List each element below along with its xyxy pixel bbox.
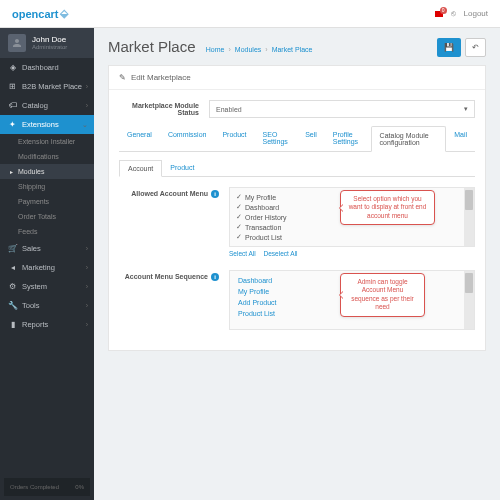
allowed-menu-list[interactable]: My Profile Dashboard Order History Trans… xyxy=(229,187,475,247)
nav-b2b[interactable]: ⊞B2B Market Place› xyxy=(0,77,94,96)
chevron-right-icon: › xyxy=(86,283,88,290)
info-icon[interactable]: i xyxy=(211,190,219,198)
gear-icon: ⚙ xyxy=(8,282,17,291)
avatar xyxy=(8,34,26,52)
nav-system[interactable]: ⚙System› xyxy=(0,277,94,296)
crumb-current[interactable]: Market Place xyxy=(272,46,313,53)
deselect-all-link[interactable]: Deselect All xyxy=(264,250,298,257)
allowed-menu-label: Allowed Account Menui xyxy=(119,187,229,260)
chevron-right-icon: › xyxy=(86,83,88,90)
tab-mail[interactable]: Mail xyxy=(446,126,475,151)
nav-extensions[interactable]: ✦Extensions⌄ xyxy=(0,115,94,134)
callout-sequence: Admin can toggle Account Menu sequence a… xyxy=(340,273,425,317)
topbar-right: ⎋ Logout xyxy=(435,9,488,18)
logo[interactable]: opencart⬙ xyxy=(12,7,68,20)
crumb-modules[interactable]: Modules xyxy=(235,46,261,53)
crumb-home[interactable]: Home xyxy=(206,46,225,53)
check-product-list[interactable]: Product List xyxy=(234,232,470,242)
chevron-right-icon: › xyxy=(86,245,88,252)
nav: ◈Dashboard ⊞B2B Market Place› 🏷Catalog› … xyxy=(0,58,94,478)
pencil-icon: ✎ xyxy=(119,73,126,82)
dashboard-icon: ◈ xyxy=(8,63,17,72)
cart-icon: 🛒 xyxy=(8,244,17,253)
nav-modules[interactable]: Modules xyxy=(0,164,94,179)
main-content: Market Place Home› Modules› Market Place… xyxy=(94,28,500,500)
nav-feeds[interactable]: Feeds xyxy=(0,224,94,239)
logout-icon[interactable]: ⎋ xyxy=(451,9,456,18)
chevron-right-icon: › xyxy=(86,264,88,271)
sequence-list[interactable]: Dashboard My Profile Add Product Product… xyxy=(229,270,475,330)
chevron-right-icon: › xyxy=(86,302,88,309)
tab-seo[interactable]: SEO Settings xyxy=(255,126,298,151)
page-title: Market Place xyxy=(108,38,196,55)
info-icon[interactable]: i xyxy=(211,273,219,281)
tab-commission[interactable]: Commission xyxy=(160,126,215,151)
sidebar: John Doe Administrator ◈Dashboard ⊞B2B M… xyxy=(0,28,94,500)
tab-profile[interactable]: Profile Settings xyxy=(325,126,371,151)
save-button[interactable]: 💾 xyxy=(437,38,461,57)
nav-shipping[interactable]: Shipping xyxy=(0,179,94,194)
notification-icon[interactable] xyxy=(435,11,443,17)
tab-general[interactable]: General xyxy=(119,126,160,151)
status-select[interactable]: Enabled ▾ xyxy=(209,100,475,118)
user-name: John Doe xyxy=(32,35,67,45)
user-role: Administrator xyxy=(32,44,67,51)
list-actions: Select All Deselect All xyxy=(229,247,475,260)
breadcrumb: Home› Modules› Market Place xyxy=(206,46,313,53)
tab-catalog-module[interactable]: Catalog Module configuration xyxy=(371,126,447,152)
logout-link[interactable]: Logout xyxy=(464,9,488,18)
tab-sell[interactable]: Sell xyxy=(297,126,325,151)
callout-menu: Select option which you want to display … xyxy=(340,190,435,225)
select-all-link[interactable]: Select All xyxy=(229,250,256,257)
page-header: Market Place Home› Modules› Market Place… xyxy=(94,28,500,65)
subtab-account[interactable]: Account xyxy=(119,160,162,177)
nav-tools[interactable]: 🔧Tools› xyxy=(0,296,94,315)
status-label: Marketplace Module Status xyxy=(119,102,209,116)
scrollbar[interactable] xyxy=(464,188,474,246)
tag-icon: 🏷 xyxy=(8,101,17,110)
nav-marketing[interactable]: ◂Marketing› xyxy=(0,258,94,277)
tab-product[interactable]: Product xyxy=(214,126,254,151)
user-block: John Doe Administrator xyxy=(0,28,94,58)
logo-text: opencart xyxy=(12,8,58,20)
panel-header: ✎ Edit Marketplace xyxy=(109,66,485,90)
chevron-down-icon: ⌄ xyxy=(82,121,88,129)
orders-completed: Orders Completed 0% xyxy=(4,478,90,496)
cancel-button[interactable]: ↶ xyxy=(465,38,486,57)
nav-ext-installer[interactable]: Extension Installer xyxy=(0,134,94,149)
nav-order-totals[interactable]: Order Totals xyxy=(0,209,94,224)
puzzle-icon: ✦ xyxy=(8,120,17,129)
chevron-right-icon: › xyxy=(86,102,88,109)
topbar: opencart⬙ ⎋ Logout xyxy=(0,0,500,28)
nav-payments[interactable]: Payments xyxy=(0,194,94,209)
nav-catalog[interactable]: 🏷Catalog› xyxy=(0,96,94,115)
wrench-icon: 🔧 xyxy=(8,301,17,310)
nav-dashboard[interactable]: ◈Dashboard xyxy=(0,58,94,77)
sub-tabs: Account Product xyxy=(119,160,475,177)
edit-panel: ✎ Edit Marketplace Marketplace Module St… xyxy=(108,65,486,351)
sequence-label: Account Menu Sequencei xyxy=(119,270,229,330)
chevron-right-icon: › xyxy=(86,321,88,328)
nav-sales[interactable]: 🛒Sales› xyxy=(0,239,94,258)
nav-reports[interactable]: ▮Reports› xyxy=(0,315,94,334)
share-icon: ◂ xyxy=(8,263,17,272)
cart-icon: ⬙ xyxy=(60,7,68,20)
subtab-product[interactable]: Product xyxy=(162,160,202,176)
nav-modifications[interactable]: Modifications xyxy=(0,149,94,164)
market-icon: ⊞ xyxy=(8,82,17,91)
scrollbar[interactable] xyxy=(464,271,474,329)
chart-icon: ▮ xyxy=(8,320,17,329)
chevron-down-icon: ▾ xyxy=(464,105,468,113)
main-tabs: General Commission Product SEO Settings … xyxy=(119,126,475,152)
